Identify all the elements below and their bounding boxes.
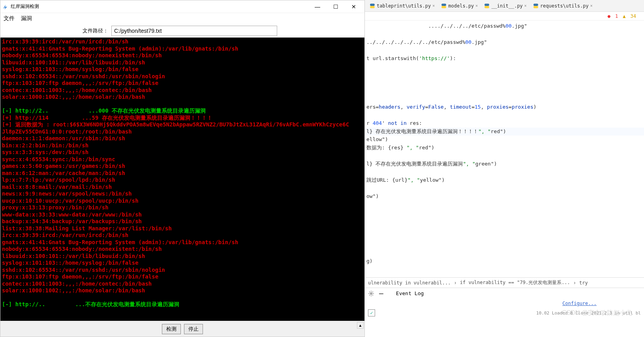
terminal-line: games:x:5:60:games:/usr/games:/bin/sh — [2, 163, 363, 170]
code-line — [366, 209, 644, 217]
detect-button[interactable]: 检测 — [162, 324, 181, 334]
code-line — [366, 184, 644, 192]
terminal-line: irc:x:39:39:ircd:/var/run/ircd:/bin/sh — [2, 232, 363, 239]
scroll-up-button[interactable]: ▲ — [357, 322, 364, 329]
statusbar: — Event Log — [365, 288, 644, 299]
bottom-status-row: ✓ 10.02 Loaded B Close 2021.2.3 in util … — [365, 308, 644, 318]
terminal-line: irc:x:39:39:ircd:/var/run/ircd:/bin/sh — [2, 38, 363, 45]
terminal-line: contec:x:1001:1003:,,,:/home/contec:/bin… — [2, 87, 363, 94]
svg-rect-0 — [370, 4, 375, 6]
terminal-line: bin:x:2:2:bin:/bin:/bin/sh — [2, 142, 363, 149]
inspection-status: ● 1 ▲ 34 — [365, 12, 644, 21]
python-icon — [441, 3, 447, 9]
terminal-line: syslog:x:101:103::/home/syslog:/bin/fals… — [2, 260, 363, 267]
tab-close-icon[interactable]: × — [475, 4, 478, 8]
code-line: r 404' not in res: — [366, 119, 644, 128]
terminal-line: [+] 返回数据为 : root:$6$X3W6NDHj$QkddvPOA5m8… — [2, 121, 363, 128]
configure-link[interactable]: Configure... — [562, 301, 597, 306]
event-log-label[interactable]: Event Log — [396, 290, 424, 296]
terminal-line: solar:x:1000:1002:,,,:/home/solar:/bin/b… — [2, 94, 363, 101]
code-line: ers=headers, verify=False, timeout=15, p… — [366, 103, 644, 111]
tab-close-icon[interactable]: × — [432, 4, 435, 8]
terminal-line: proxy:x:13:13:proxy:/bin:/bin/sh — [2, 204, 363, 211]
code-line — [366, 95, 644, 104]
editor-tab[interactable]: __init__.py× — [481, 0, 530, 11]
terminal-line: ftp:x:103:107:ftp daemon,,,:/srv/ftp:/bi… — [2, 80, 363, 87]
code-line — [366, 111, 644, 120]
file-path-input[interactable] — [111, 26, 277, 36]
terminal-line: www-data:x:33:33:www-data:/var/www:/bin/… — [2, 211, 363, 218]
settings-icon[interactable] — [368, 290, 374, 297]
terminal-line: lp:x:7:7:lp:/var/spool/lpd:/bin/sh — [2, 177, 363, 184]
terminal-line: [-] http://.. ...不存在光伏发电测量系统目录遍历漏洞 — [2, 301, 363, 308]
editor-tab[interactable]: requests\utils.py× — [530, 0, 596, 11]
svg-rect-2 — [441, 4, 446, 6]
code-line — [366, 241, 644, 249]
terminal-line: sys:x:3:3:sys:/dev:/bin/sh — [2, 149, 363, 156]
code-line — [366, 233, 644, 241]
svg-rect-6 — [533, 4, 538, 6]
terminal-line: list:x:38:38:Mailing List Manager:/var/l… — [2, 225, 363, 232]
editor-tab[interactable]: models.py× — [438, 0, 481, 11]
menu-vulnerability[interactable]: 漏洞 — [21, 15, 32, 22]
svg-rect-7 — [533, 6, 538, 8]
terminal-line — [2, 294, 363, 301]
crumb-2[interactable]: if vulnerability == "79.光伏发电测量系... — [460, 279, 570, 286]
bottom-toolbar: 检测 停止 ▲ — [0, 321, 364, 337]
file-path-row: 文件路径： — [0, 24, 364, 38]
code-line — [366, 249, 644, 257]
terminal-line: Jl8pZEv55CDnG1:0:0:root:/root:/bin/bash — [2, 128, 363, 136]
close-button[interactable]: ✕ — [345, 1, 363, 13]
terminal-line: nobody:x:65534:65534:nobody:/nonexistent… — [2, 52, 363, 59]
code-editor[interactable]: ..../../../../etc/passwd%00.jpg" ../../.… — [365, 21, 644, 277]
menu-file[interactable]: 文件 — [4, 15, 15, 22]
hide-icon[interactable]: — — [379, 289, 383, 297]
code-line — [366, 63, 644, 71]
terminal-line: ftp:x:103:107:ftp daemon,,,:/srv/ftp:/bi… — [2, 273, 363, 281]
terminal-line — [2, 101, 363, 108]
code-line — [366, 225, 644, 233]
terminal-line: sshd:x:102:65534::/var/run/sshd:/usr/sbi… — [2, 73, 363, 80]
ide-panel: tableprint\utils.py×models.py×__init__.p… — [365, 0, 644, 337]
todo-icon[interactable]: ✓ — [368, 309, 375, 316]
warning-count: 34 — [631, 13, 636, 19]
crumb-3[interactable]: try — [579, 280, 588, 286]
stop-button[interactable]: 停止 — [184, 324, 203, 334]
bottom-status-text: 10.02 Loaded B Close 2021.2.3 in util bl — [536, 311, 641, 316]
tab-close-icon[interactable]: × — [590, 4, 593, 8]
svg-point-8 — [370, 293, 372, 294]
code-line — [366, 30, 644, 39]
editor-tab[interactable]: tableprint\utils.py× — [366, 0, 438, 11]
code-line: ellow") — [366, 136, 644, 144]
terminal-line: backup:x:34:34:backup:/var/backups:/bin/… — [2, 218, 363, 225]
terminal-line: nobody:x:65534:65534:nobody:/nonexistent… — [2, 246, 363, 253]
code-line: ../../../../../../../etc/passwd%00.jpg" — [366, 38, 644, 47]
code-line: l} 存在光伏发电测量系统目录遍历漏洞！！！！", "red") — [366, 128, 644, 136]
maximize-button[interactable]: ☐ — [327, 1, 345, 13]
tab-close-icon[interactable]: × — [524, 4, 527, 8]
app-icon — [2, 4, 8, 10]
terminal-line: libuuid:x:100:101::/var/lib/libuuid:/bin… — [2, 253, 363, 260]
python-icon — [484, 3, 490, 9]
code-line — [366, 71, 644, 79]
output-terminal[interactable]: irc:x:39:39:ircd:/var/run/ircd:/bin/shgn… — [0, 38, 364, 321]
code-line — [366, 87, 644, 95]
terminal-line: gnats:x:41:41:Gnats Bug-Reporting System… — [2, 45, 363, 53]
window-title: 红岸漏洞检测 — [11, 3, 308, 10]
breadcrumb: ulnerability in vulnerabil...› if vulner… — [365, 277, 644, 288]
error-count: 1 — [615, 13, 618, 19]
minimize-button[interactable]: — — [308, 1, 327, 13]
error-count-icon: ● — [608, 13, 610, 19]
configure-row: Configure... — [365, 299, 644, 308]
titlebar[interactable]: 红岸漏洞检测 — ☐ ✕ — [0, 0, 364, 13]
crumb-1[interactable]: ulnerability in vulnerabil... — [368, 280, 451, 286]
terminal-line: gnats:x:41:41:Gnats Bug-Reporting System… — [2, 239, 363, 246]
terminal-line: man:x:6:12:man:/var/cache/man:/bin/sh — [2, 170, 363, 177]
terminal-line: sync:x:4:65534:sync:/bin:/bin/sync — [2, 156, 363, 163]
terminal-line: [-] http://2.. ...000 不存在光伏发电测量系统目录遍历漏洞 — [2, 107, 363, 115]
menubar: 文件 漏洞 — [0, 13, 364, 24]
code-line: g) — [366, 257, 644, 265]
code-line — [366, 168, 644, 176]
code-line: 数据为: {res} ", "red") — [366, 144, 644, 152]
code-line: l} 不存在光伏发电测量系统目录遍历漏洞", "green") — [366, 160, 644, 168]
